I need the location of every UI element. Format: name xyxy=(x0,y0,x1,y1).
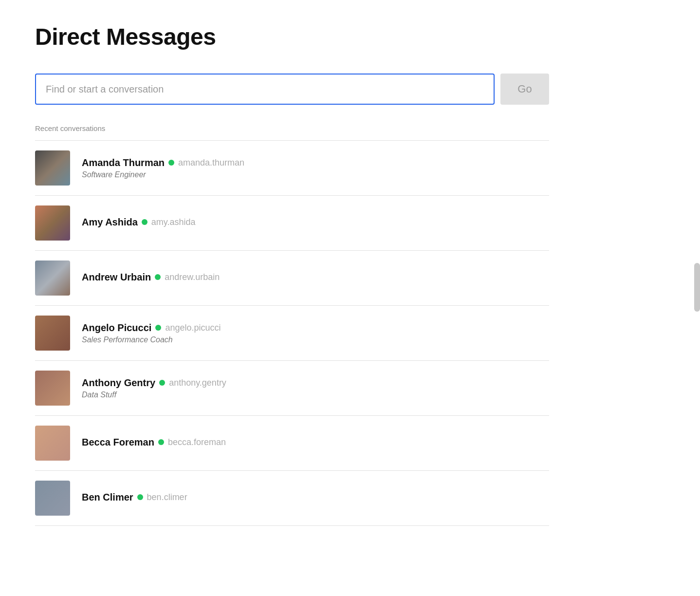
conversation-info: Becca Foremanbecca.foreman xyxy=(82,437,549,450)
conversation-item[interactable]: Anthony Gentryanthony.gentryData Stuff xyxy=(35,361,549,416)
online-status-dot xyxy=(158,439,164,445)
conversation-item[interactable]: Amy Ashidaamy.ashida xyxy=(35,196,549,251)
name-row: Andrew Urbainandrew.urbain xyxy=(82,272,549,283)
online-status-dot xyxy=(155,325,161,331)
avatar xyxy=(35,261,70,296)
avatar xyxy=(35,481,70,516)
name-row: Amy Ashidaamy.ashida xyxy=(82,217,549,228)
online-status-dot xyxy=(142,219,147,225)
conversation-item[interactable]: Becca Foremanbecca.foreman xyxy=(35,416,549,471)
avatar xyxy=(35,426,70,461)
conversation-info: Ben Climerben.climer xyxy=(82,492,549,505)
go-button[interactable]: Go xyxy=(500,74,549,105)
contact-name: Becca Foreman xyxy=(82,437,154,448)
username: angelo.picucci xyxy=(165,323,221,333)
online-status-dot xyxy=(155,274,161,280)
conversation-info: Amanda Thurmanamanda.thurmanSoftware Eng… xyxy=(82,157,549,179)
conversation-info: Andrew Urbainandrew.urbain xyxy=(82,272,549,285)
online-status-dot xyxy=(159,380,165,386)
user-title: Data Stuff xyxy=(82,391,549,399)
avatar xyxy=(35,316,70,351)
conversation-item[interactable]: Andrew Urbainandrew.urbain xyxy=(35,251,549,306)
page-title: Direct Messages xyxy=(35,23,549,50)
username: andrew.urbain xyxy=(165,272,220,282)
name-row: Anthony Gentryanthony.gentry xyxy=(82,377,549,389)
recent-conversations-label: Recent conversations xyxy=(35,124,549,132)
username: ben.climer xyxy=(147,492,187,503)
user-title: Software Engineer xyxy=(82,170,549,179)
name-row: Amanda Thurmanamanda.thurman xyxy=(82,157,549,168)
contact-name: Amanda Thurman xyxy=(82,157,165,168)
search-input[interactable] xyxy=(35,74,495,105)
username: amanda.thurman xyxy=(178,158,244,168)
avatar xyxy=(35,205,70,241)
conversation-item[interactable]: Angelo Picucciangelo.picucciSales Perfor… xyxy=(35,306,549,361)
contact-name: Anthony Gentry xyxy=(82,377,155,389)
name-row: Becca Foremanbecca.foreman xyxy=(82,437,549,448)
contact-name: Angelo Picucci xyxy=(82,322,151,334)
username: anthony.gentry xyxy=(169,378,226,388)
avatar xyxy=(35,150,70,186)
avatar xyxy=(35,371,70,406)
conversation-info: Amy Ashidaamy.ashida xyxy=(82,217,549,230)
user-title: Sales Performance Coach xyxy=(82,335,549,344)
scrollbar[interactable] xyxy=(694,263,700,312)
conversation-info: Anthony Gentryanthony.gentryData Stuff xyxy=(82,377,549,399)
username: becca.foreman xyxy=(168,437,226,447)
contact-name: Amy Ashida xyxy=(82,217,138,228)
conversation-item[interactable]: Ben Climerben.climer xyxy=(35,471,549,526)
online-status-dot xyxy=(168,160,174,166)
name-row: Angelo Picucciangelo.picucci xyxy=(82,322,549,334)
contact-name: Andrew Urbain xyxy=(82,272,151,283)
conversations-list: Amanda Thurmanamanda.thurmanSoftware Eng… xyxy=(35,140,549,526)
name-row: Ben Climerben.climer xyxy=(82,492,549,503)
online-status-dot xyxy=(137,494,143,500)
conversation-info: Angelo Picucciangelo.picucciSales Perfor… xyxy=(82,322,549,344)
contact-name: Ben Climer xyxy=(82,492,133,503)
username: amy.ashida xyxy=(151,217,196,227)
conversation-item[interactable]: Amanda Thurmanamanda.thurmanSoftware Eng… xyxy=(35,141,549,196)
search-row: Go xyxy=(35,74,549,105)
